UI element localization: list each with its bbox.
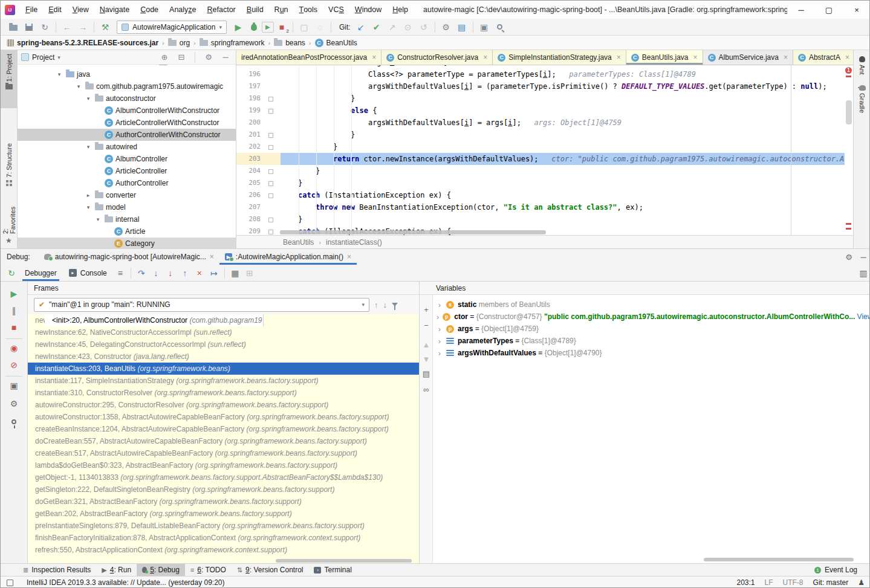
menu-item-code[interactable]: Code	[135, 1, 164, 19]
git-history-icon[interactable]: ⊙	[400, 20, 416, 34]
code-line[interactable]: 196Class<?> parameterType = parameterTyp…	[236, 68, 853, 80]
attach-icon[interactable]: ◌	[312, 20, 328, 34]
sidebar-item-favorites[interactable]: 2: Favorites ★	[1, 198, 17, 248]
chevron-open-icon[interactable]: ▾	[74, 83, 83, 89]
copy-stack-icon[interactable]: ▤	[419, 367, 433, 380]
frame-row[interactable]: newInstance:423, Constructor (java.lang.…	[28, 351, 419, 363]
tree-item[interactable]: ▾com.github.pagram1975.autowiremagic	[18, 80, 236, 92]
toolwindow-button-run[interactable]: ▶4: Run	[96, 564, 137, 576]
pause-icon[interactable]: ∥	[7, 303, 21, 318]
variable-row[interactable]: ›parameterTypes = {Class[1]@4789}	[433, 335, 870, 347]
caret-position[interactable]: 203:1	[737, 578, 755, 587]
chevron-right-icon[interactable]: ›	[437, 312, 439, 321]
toolwindow-toggle-icon[interactable]	[7, 580, 13, 586]
coverage-icon[interactable]: ▶	[262, 22, 274, 33]
fold-marker[interactable]	[265, 165, 275, 177]
line-separator[interactable]: LF	[765, 578, 773, 587]
frame-row[interactable]: createBeanInstance:1204, AbstractAutowir…	[28, 423, 419, 435]
tree-item[interactable]: ▸converter	[18, 189, 236, 201]
frame-row[interactable]: getSingleton:222, DefaultSingletonBeanRe…	[28, 483, 419, 496]
tree-item[interactable]: ▾model	[18, 201, 236, 213]
variable-row[interactable]: ›argsWithDefaultValues = {Object[1]@4790…	[433, 347, 870, 359]
menu-item-refactor[interactable]: Refactor	[202, 1, 241, 19]
frames-hscrollbar[interactable]	[276, 559, 412, 563]
frame-row[interactable]: finishBeanFactoryInitialization:878, Abs…	[28, 532, 419, 544]
forward-icon[interactable]: →	[75, 20, 91, 34]
tree-item[interactable]: CArticle	[18, 225, 236, 237]
frame-down-icon[interactable]: ↓	[383, 300, 388, 309]
evaluate-watches-icon[interactable]: ∞	[419, 383, 433, 395]
tree-item[interactable]: CArticleController	[18, 165, 236, 177]
frame-row[interactable]: doGetBean:321, AbstractBeanFactory (org.…	[28, 496, 419, 508]
fold-marker[interactable]	[265, 189, 275, 201]
run-icon[interactable]: ▶	[230, 20, 246, 34]
editor-hscrollbar[interactable]	[280, 230, 546, 234]
add-watch-icon[interactable]: +	[419, 303, 433, 315]
code-editor[interactable]: 195if (args[i] == null) {196Class<?> par…	[236, 65, 853, 235]
wrench-icon[interactable]: ⚙	[438, 20, 454, 34]
menu-item-run[interactable]: Run	[269, 1, 294, 19]
trace-icon[interactable]: ⊞	[242, 266, 257, 280]
locate-file-icon[interactable]: ⊕	[158, 53, 171, 62]
menu-item-file[interactable]: File	[20, 1, 43, 19]
git-rollback-icon[interactable]: ↺	[416, 20, 432, 34]
toolwindow-button-version-control[interactable]: ⇅9: Version Control	[232, 564, 309, 576]
tree-item[interactable]: ▾autowired	[18, 141, 236, 153]
tree-item[interactable]: CArticleControllerWithConstructor	[18, 117, 236, 129]
run-to-cursor-icon[interactable]: ↦	[207, 266, 221, 280]
code-line[interactable]: 203return ctor.newInstance(argsWithDefau…	[236, 153, 853, 165]
chevron-right-icon[interactable]: ›	[437, 300, 443, 309]
frame-row[interactable]: getObject:-1, 1134013833 (org.springfram…	[28, 471, 419, 483]
gear-icon[interactable]: ⚙	[842, 253, 856, 262]
frame-up-icon[interactable]: ↑	[374, 300, 378, 309]
frame-row[interactable]: newInstance:62, NativeConstructorAccesso…	[28, 326, 419, 338]
tree-item[interactable]: ▾internal	[18, 213, 236, 225]
hide-panel-icon[interactable]: ─	[856, 253, 870, 262]
layout-menu-icon[interactable]: ≡	[113, 266, 128, 280]
step-into-icon[interactable]: ↓	[149, 266, 163, 280]
view-breakpoints-icon[interactable]: ◉	[7, 341, 21, 355]
breadcrumb-item[interactable]: springframework	[200, 39, 265, 47]
fold-marker[interactable]	[265, 129, 275, 141]
fold-marker[interactable]	[265, 177, 275, 189]
frame-row[interactable]: autowireConstructor:295, ConstructorReso…	[28, 399, 419, 411]
menu-item-window[interactable]: Window	[349, 1, 387, 19]
menu-item-help[interactable]: Help	[387, 1, 414, 19]
force-step-into-icon[interactable]: ↓	[163, 266, 178, 280]
frame-row[interactable]: newInstance:45, DelegatingConstructorAcc…	[28, 338, 419, 351]
status-message[interactable]: IntelliJ IDEA 2019.3.3 available: // Upd…	[27, 578, 225, 587]
toolwindow-button-debug[interactable]: 5: Debug	[137, 564, 185, 576]
resume-icon[interactable]: ▶	[7, 286, 21, 301]
mute-breakpoints-icon[interactable]: ⊘	[7, 358, 21, 372]
tab-debugger[interactable]: Debugger	[19, 265, 63, 281]
tree-item[interactable]: ▾autoconstructor	[18, 92, 236, 105]
editor-vscrollbar[interactable]	[846, 100, 852, 124]
menu-item-navigate[interactable]: Navigate	[94, 1, 135, 19]
chevron-open-icon[interactable]: ▾	[84, 95, 93, 102]
variable-row[interactable]: ›pargs = {Object[1]@4759}	[433, 323, 870, 335]
maximize-button[interactable]: ▢	[815, 1, 843, 19]
step-out-icon[interactable]: ↑	[178, 266, 192, 280]
chevron-right-icon[interactable]: ›	[437, 325, 443, 334]
rerun-icon[interactable]: ↻	[4, 266, 19, 280]
variable-row[interactable]: ›sstatic members of BeanUtils	[433, 299, 870, 311]
profiler-icon[interactable]: ▢	[296, 20, 312, 34]
sidebar-item-structure[interactable]: 7: Structure	[1, 140, 17, 195]
menu-item-edit[interactable]: Edit	[43, 1, 67, 19]
code-line[interactable]: 200argsWithDefaultValues[i] = args[i]; a…	[236, 117, 853, 129]
breadcrumb-item[interactable]: spring-beans-5.2.3.RELEASE-sources.jar	[7, 39, 158, 47]
menu-item-build[interactable]: Build	[241, 1, 269, 19]
run-configuration-select[interactable]: AutowireMagicApplication ▾	[117, 21, 227, 34]
menu-item-vcs[interactable]: VCS	[323, 1, 349, 19]
breadcrumb-method[interactable]: instantiateClass()	[326, 238, 382, 247]
collapse-all-icon[interactable]: ⊟	[175, 53, 188, 62]
code-line[interactable]: 199else {	[236, 105, 853, 117]
close-tab-icon[interactable]: ×	[372, 53, 376, 62]
git-commit-icon[interactable]: ✔	[369, 20, 385, 34]
stop-icon[interactable]: ■	[7, 320, 21, 335]
frame-row[interactable]: createBean:517, AbstractAutowireCapableB…	[28, 447, 419, 459]
thread-selector[interactable]: ✔ "main"@1 in group "main": RUNNING ▾	[34, 298, 369, 312]
debug-settings-gear-icon[interactable]: ⚙	[7, 396, 21, 411]
chevron-open-icon[interactable]: ▾	[84, 144, 93, 150]
sidebar-item-gradle[interactable]: Gradle	[854, 82, 870, 136]
